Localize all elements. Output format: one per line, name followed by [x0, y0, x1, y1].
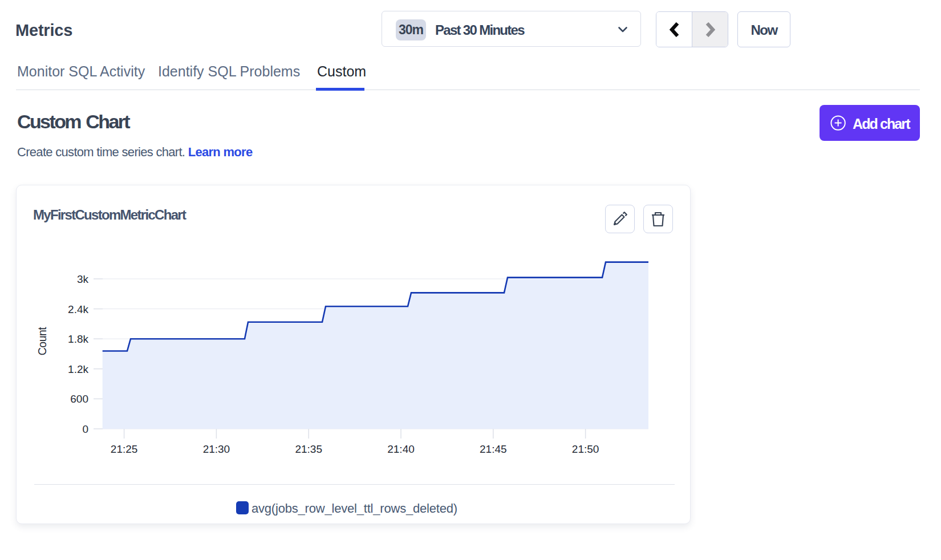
- svg-text:Count: Count: [36, 327, 48, 356]
- svg-text:21:30: 21:30: [203, 443, 230, 455]
- svg-text:2.4k: 2.4k: [68, 303, 88, 315]
- svg-text:21:25: 21:25: [111, 443, 138, 455]
- svg-text:0: 0: [82, 423, 88, 435]
- svg-text:1.2k: 1.2k: [68, 363, 88, 375]
- svg-text:1.8k: 1.8k: [68, 333, 88, 345]
- svg-text:600: 600: [70, 393, 88, 405]
- svg-text:3k: 3k: [77, 273, 89, 285]
- svg-text:21:45: 21:45: [480, 443, 507, 455]
- svg-text:21:40: 21:40: [387, 443, 415, 455]
- svg-text:21:50: 21:50: [572, 443, 599, 455]
- svg-text:21:35: 21:35: [295, 443, 322, 455]
